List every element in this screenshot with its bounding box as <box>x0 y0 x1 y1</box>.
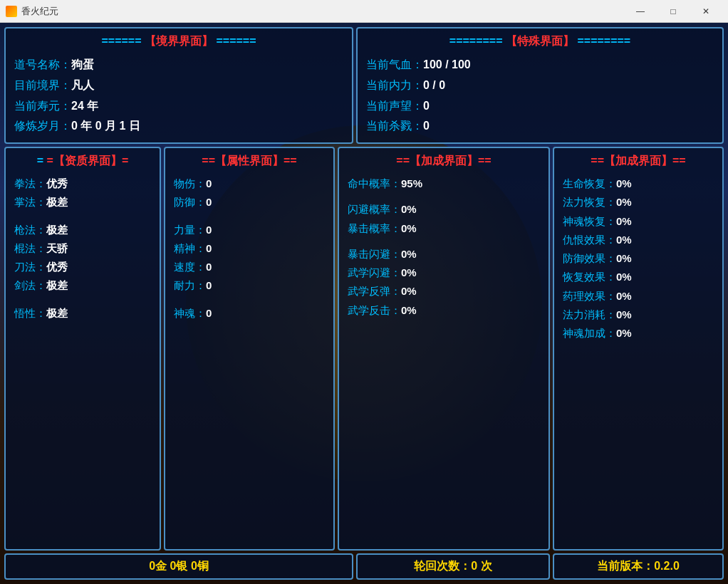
mp-line: 当前内力：0 / 0 <box>366 75 714 96</box>
realm-title-text: 【境界界面】 <box>145 35 213 47</box>
bonus2-panel-title: ==【加成界面】== <box>563 154 714 169</box>
special-panel-title: ======== 【特殊界面】 ======== <box>366 34 714 49</box>
attr-panel-title: ==【属性界面】== <box>174 154 325 169</box>
quality-eq1: = <box>37 155 43 167</box>
bonus2-title-text: ==【加成界面】== <box>591 155 685 167</box>
minimize-button[interactable]: — <box>624 0 657 23</box>
close-button[interactable]: ✕ <box>690 0 722 23</box>
version-text: 当前版本：0.2.0 <box>597 559 680 574</box>
reincarnation-panel: 轮回次数：0 次 <box>356 553 550 580</box>
hp-regen-line: 生命恢复：0% <box>563 174 714 193</box>
spi-line: 精神：0 <box>174 239 325 258</box>
blade-line: 刀法：优秀 <box>14 258 151 276</box>
def-effect-line: 防御效果：0% <box>563 249 714 268</box>
bonus1-panel-title: ==【加成界面】== <box>348 154 540 169</box>
maximize-button[interactable]: □ <box>657 0 690 23</box>
reincarnation-text: 轮回次数：0 次 <box>414 559 492 574</box>
kills-line: 当前杀戮：0 <box>366 116 714 137</box>
special-title-eq1: ======== <box>449 35 503 47</box>
medicine-line: 药理效果：0% <box>563 287 714 306</box>
realm-title-eq1: ====== <box>101 35 141 47</box>
martial-counter-line: 武学反击：0% <box>348 301 540 320</box>
soul-regen-line: 神魂恢复：0% <box>563 212 714 231</box>
revenge-line: 仇恨效果：0% <box>563 231 714 249</box>
title-bar: 香火纪元 — □ ✕ <box>0 0 728 23</box>
bonus1-panel: ==【加成界面】== 命中概率：95% 闪避概率：0% 暴击概率：0% 暴击闪避… <box>338 147 550 551</box>
realm-line: 目前境界：凡人 <box>14 75 343 96</box>
soul-line: 神魂：0 <box>174 304 325 323</box>
quality-panel-title: = =【资质界面】= <box>14 154 151 169</box>
realm-title-eq2: ====== <box>216 35 256 47</box>
spd-line: 速度：0 <box>174 258 325 276</box>
lifespan-line: 当前寿元：24 年 <box>14 96 343 117</box>
special-title-eq2: ======== <box>577 35 630 47</box>
bonus2-panel: ==【加成界面】== 生命恢复：0% 法力恢复：0% 神魂恢复：0% 仇恨效果：… <box>553 147 724 551</box>
currency-panel: 0金 0银 0铜 <box>4 553 353 580</box>
panels-container: ====== 【境界界面】 ====== 道号名称：狗蛋 目前境界：凡人 当前寿… <box>0 23 728 584</box>
wits-line: 悟性：极差 <box>14 304 151 323</box>
game-area: ====== 【境界界面】 ====== 道号名称：狗蛋 目前境界：凡人 当前寿… <box>0 23 728 584</box>
dodge-line: 闪避概率：0% <box>348 200 540 219</box>
version-panel: 当前版本：0.2.0 <box>553 553 724 580</box>
quality-panel: = =【资质界面】= 拳法：优秀 掌法：极差 枪法：极差 棍法：天骄 刀法：优秀 <box>4 147 161 551</box>
bonus1-title-text: ==【加成界面】== <box>396 155 491 167</box>
quality-title-text: =【资质界面】= <box>47 155 129 167</box>
window-controls: — □ ✕ <box>624 0 722 23</box>
crit-dodge-line: 暴击闪避：0% <box>348 245 540 264</box>
martial-dodge-line: 武学闪避：0% <box>348 264 540 282</box>
crit-line: 暴击概率：0% <box>348 219 540 238</box>
special-panel: ======== 【特殊界面】 ======== 当前气血：100 / 100 … <box>356 27 724 144</box>
recover-line: 恢复效果：0% <box>563 268 714 286</box>
middle-row: = =【资质界面】= 拳法：优秀 掌法：极差 枪法：极差 棍法：天骄 刀法：优秀 <box>4 147 724 551</box>
soul-bonus-line: 神魂加成：0% <box>563 324 714 343</box>
sword-line: 剑法：极差 <box>14 276 151 295</box>
attr-panel: ==【属性界面】== 物伤：0 防御：0 力量：0 精神：0 速度：0 <box>164 147 335 551</box>
end-line: 耐力：0 <box>174 276 325 295</box>
reputation-line: 当前声望：0 <box>366 96 714 117</box>
fist-line: 拳法：优秀 <box>14 174 151 193</box>
realm-panel: ====== 【境界界面】 ====== 道号名称：狗蛋 目前境界：凡人 当前寿… <box>4 27 353 144</box>
pdmg-line: 物伤：0 <box>174 174 325 193</box>
bottom-bar: 0金 0银 0铜 轮回次数：0 次 当前版本：0.2.0 <box>4 553 724 580</box>
dao-name-line: 道号名称：狗蛋 <box>14 55 343 75</box>
mp-cost-line: 法力消耗：0% <box>563 306 714 324</box>
staff-line: 棍法：天骄 <box>14 239 151 258</box>
palm-line: 掌法：极差 <box>14 193 151 212</box>
martial-reflect-line: 武学反弹：0% <box>348 282 540 301</box>
spear-line: 枪法：极差 <box>14 221 151 239</box>
def-line: 防御：0 <box>174 193 325 212</box>
realm-panel-title: ====== 【境界界面】 ====== <box>14 34 343 49</box>
attr-title-text: ==【属性界面】== <box>202 155 296 167</box>
mp-regen-line: 法力恢复：0% <box>563 193 714 212</box>
cultivate-line: 修炼岁月：0 年 0 月 1 日 <box>14 116 343 137</box>
hit-line: 命中概率：95% <box>348 174 540 193</box>
hp-line: 当前气血：100 / 100 <box>366 55 714 75</box>
currency-text: 0金 0银 0铜 <box>149 559 209 574</box>
str-line: 力量：0 <box>174 221 325 239</box>
special-title-text: 【特殊界面】 <box>506 35 574 47</box>
window-title: 香火纪元 <box>21 5 624 18</box>
app-icon <box>6 6 17 17</box>
